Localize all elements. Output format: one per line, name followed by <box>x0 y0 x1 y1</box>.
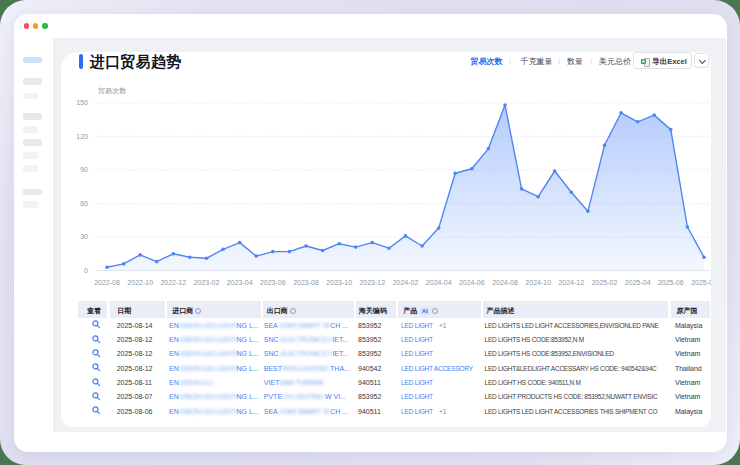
svg-text:2024-12: 2024-12 <box>558 279 584 286</box>
svg-text:2023-12: 2023-12 <box>359 279 385 286</box>
svg-text:2023-10: 2023-10 <box>326 279 352 286</box>
svg-text:90: 90 <box>80 167 88 174</box>
svg-text:60: 60 <box>80 200 88 207</box>
svg-text:2022-10: 2022-10 <box>127 279 153 286</box>
svg-text:2025-04: 2025-04 <box>625 279 651 286</box>
svg-text:2023-02: 2023-02 <box>194 279 220 286</box>
svg-text:2025-02: 2025-02 <box>592 279 618 286</box>
svg-text:2024-02: 2024-02 <box>393 279 419 286</box>
svg-text:2025-06: 2025-06 <box>658 279 684 286</box>
svg-text:2023-04: 2023-04 <box>227 279 253 286</box>
svg-text:30: 30 <box>80 234 88 241</box>
svg-text:2023-08: 2023-08 <box>293 279 319 286</box>
svg-text:2023-06: 2023-06 <box>260 279 286 286</box>
svg-text:2024-04: 2024-04 <box>426 279 452 286</box>
svg-text:150: 150 <box>76 99 88 106</box>
svg-text:2024-06: 2024-06 <box>459 279 485 286</box>
svg-text:2022-08: 2022-08 <box>94 279 120 286</box>
svg-text:2025-08: 2025-08 <box>691 279 711 286</box>
svg-text:0: 0 <box>84 267 88 274</box>
svg-text:2022-12: 2022-12 <box>160 279 186 286</box>
svg-text:120: 120 <box>76 133 88 140</box>
svg-text:2024-08: 2024-08 <box>492 279 518 286</box>
svg-text:2024-10: 2024-10 <box>525 279 551 286</box>
